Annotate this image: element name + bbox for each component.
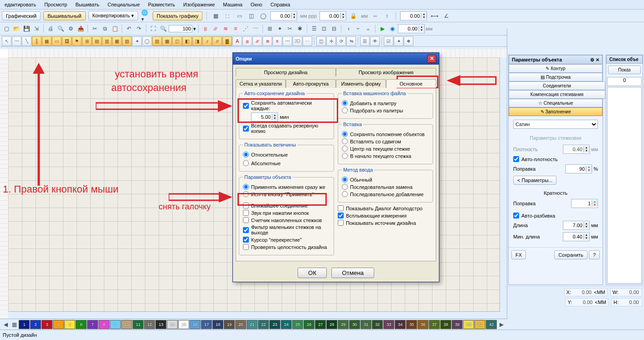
- paste-icon[interactable]: 📋: [110, 24, 119, 33]
- tool-rect[interactable]: ▭: [52, 36, 62, 46]
- palette-swatch[interactable]: 4: [53, 320, 64, 329]
- tool-group[interactable]: ⊞: [82, 36, 92, 46]
- export-icon[interactable]: ⇲: [32, 24, 41, 33]
- radio-start-stitch[interactable]: В начало текущего стежка: [342, 153, 429, 159]
- tool-fill4[interactable]: ▧: [122, 36, 132, 46]
- tool-run4[interactable]: ≡: [273, 36, 282, 46]
- chk-crosshair[interactable]: Курсор "перекрестие": [243, 237, 330, 243]
- palette-swatch[interactable]: 32: [372, 320, 383, 329]
- chk-integrity[interactable]: Проверять целостность дизайна: [243, 244, 330, 250]
- palette-swatch[interactable]: 9: [110, 320, 121, 329]
- ptab-underlay[interactable]: ▤ Подстрочка: [509, 73, 603, 81]
- objlist-body[interactable]: [607, 87, 642, 284]
- palette-swatch[interactable]: 29: [338, 320, 349, 329]
- palette-swatch[interactable]: 37: [429, 320, 440, 329]
- show-graphics-button[interactable]: Показать графику: [153, 11, 203, 20]
- palette-swatch[interactable]: 3: [41, 320, 52, 329]
- chk-backup[interactable]: Всегда создавать резервную копию: [243, 123, 330, 134]
- menu-machine[interactable]: Машина: [223, 2, 242, 7]
- tool-wave[interactable]: 〰: [283, 36, 292, 46]
- tool-text[interactable]: A: [232, 36, 242, 46]
- palette-swatch[interactable]: 31: [361, 320, 371, 329]
- redo-icon[interactable]: ↷: [134, 24, 144, 33]
- chk-filter[interactable]: Фильтр маленьких стежков на выходе: [243, 224, 330, 235]
- grid-dots-icon[interactable]: ⸬: [223, 11, 232, 20]
- node-icon[interactable]: ⊞: [265, 24, 274, 33]
- align-left-icon[interactable]: ⫞: [344, 24, 353, 33]
- palette-swatch[interactable]: 13: [155, 320, 166, 329]
- tool-pattern5[interactable]: ◨: [192, 36, 202, 46]
- layer-icon[interactable]: ☰: [309, 24, 319, 33]
- fx-button[interactable]: FX: [511, 250, 526, 259]
- mode-embroidery[interactable]: Вышивальный: [43, 11, 85, 20]
- color-picker-icon[interactable]: ◉: [388, 24, 397, 33]
- tool-fill1[interactable]: ▤: [92, 36, 102, 46]
- palette-next-icon[interactable]: ▶: [498, 320, 505, 329]
- grid-icon[interactable]: ▦: [211, 11, 220, 20]
- menu-help[interactable]: Справка: [270, 2, 290, 7]
- tool-center[interactable]: ✛: [326, 36, 336, 46]
- group-icon[interactable]: ⊡: [319, 24, 329, 33]
- tool-pattern2[interactable]: ▩: [162, 36, 172, 46]
- palette-swatch[interactable]: 16: [190, 320, 201, 329]
- palette-swatch[interactable]: 12: [144, 320, 155, 329]
- help-button[interactable]: ?: [589, 250, 600, 259]
- globe-icon[interactable]: 🌐▾: [141, 11, 150, 20]
- palette-swatch[interactable]: 1: [19, 320, 30, 329]
- radio-input-normal[interactable]: Обычный: [342, 177, 429, 183]
- tool-needle[interactable]: ✦: [394, 36, 403, 46]
- chk-show-source[interactable]: Показывать источник дизайна: [338, 220, 433, 226]
- corr-input[interactable]: ▲▼: [565, 164, 592, 173]
- radio-add-palette[interactable]: Добавить в палитру: [342, 100, 429, 106]
- palette-swatch[interactable]: 8: [98, 320, 109, 329]
- chk-autoselect-dialog[interactable]: Показывать Диалог Автоподстро: [338, 205, 433, 211]
- tool-dotted[interactable]: ⋯: [303, 36, 312, 46]
- mode-graphic[interactable]: Графический: [2, 11, 41, 20]
- zoom-input[interactable]: [169, 25, 192, 32]
- radio-relative[interactable]: Относительные: [243, 152, 288, 157]
- tool-line[interactable]: ╲: [22, 36, 31, 46]
- cut-icon[interactable]: ✂: [90, 24, 99, 33]
- palette-swatch[interactable]: 18: [212, 320, 223, 329]
- radio-input-seqadd[interactable]: Последовательное добавление: [342, 191, 429, 197]
- stitch-satin-icon[interactable]: ≡: [231, 24, 240, 33]
- tool-hatch3[interactable]: ▓: [222, 36, 232, 46]
- radio-shift[interactable]: Вставлять со сдвигом: [342, 138, 429, 144]
- tool-hoop-sel[interactable]: ◫: [316, 36, 326, 46]
- tool-seq[interactable]: ☑: [384, 36, 393, 46]
- menu-place[interactable]: Разместить: [148, 2, 175, 7]
- tab-autoscroll[interactable]: Авто-прокрутка: [286, 79, 336, 88]
- tie-icon[interactable]: ✱: [295, 24, 304, 33]
- stitch-run-icon[interactable]: ⋰: [241, 24, 250, 33]
- palette-swatch[interactable]: 41: [474, 320, 485, 329]
- palette-swatch[interactable]: 14: [167, 320, 178, 329]
- tab-reshape[interactable]: Изменить форму: [336, 79, 386, 88]
- radio-absolute[interactable]: Абсолютные: [243, 160, 281, 166]
- chk-auto-density[interactable]: Авто-плотность: [513, 156, 598, 162]
- play-icon[interactable]: ▶: [378, 24, 387, 33]
- menu-embroider[interactable]: Вышивать: [75, 2, 99, 7]
- align-right-icon[interactable]: ⫠: [364, 24, 373, 33]
- tool-hatch1[interactable]: ⫽: [202, 36, 212, 46]
- hoop-icon[interactable]: ◯: [258, 11, 268, 20]
- palette-swatch[interactable]: 33: [383, 320, 394, 329]
- menu-edit[interactable]: едактировать: [5, 2, 36, 7]
- palette-swatch[interactable]: 28: [326, 320, 337, 329]
- palette-swatch[interactable]: 40: [463, 320, 474, 329]
- trim-icon[interactable]: ✂: [285, 24, 294, 33]
- tool-rotate[interactable]: ⟳: [336, 36, 346, 46]
- close-icon[interactable]: ✕: [427, 55, 436, 63]
- ptab-contour[interactable]: ✎ Контур: [509, 64, 603, 73]
- palette-swatch[interactable]: 38: [440, 320, 451, 329]
- stitch-zigzag-icon[interactable]: ⫻: [211, 24, 220, 33]
- radio-input-seqrep[interactable]: Последовательная замена: [342, 184, 429, 190]
- palette-swatch[interactable]: 22: [258, 320, 269, 329]
- tool-run1[interactable]: ⫼: [242, 36, 252, 46]
- chk-counter[interactable]: Счетчик накопленных стежков: [243, 217, 330, 223]
- gear-icon[interactable]: ⚙ ✕: [590, 57, 599, 62]
- radio-use-apply[interactable]: Исп-ть кнопку "Применить": [243, 191, 330, 197]
- copy-icon[interactable]: ⧉: [100, 24, 109, 33]
- ungroup-icon[interactable]: ⊟: [330, 24, 339, 33]
- spin-grid-x[interactable]: ▲▼: [270, 11, 297, 20]
- palette-swatch[interactable]: 34: [395, 320, 406, 329]
